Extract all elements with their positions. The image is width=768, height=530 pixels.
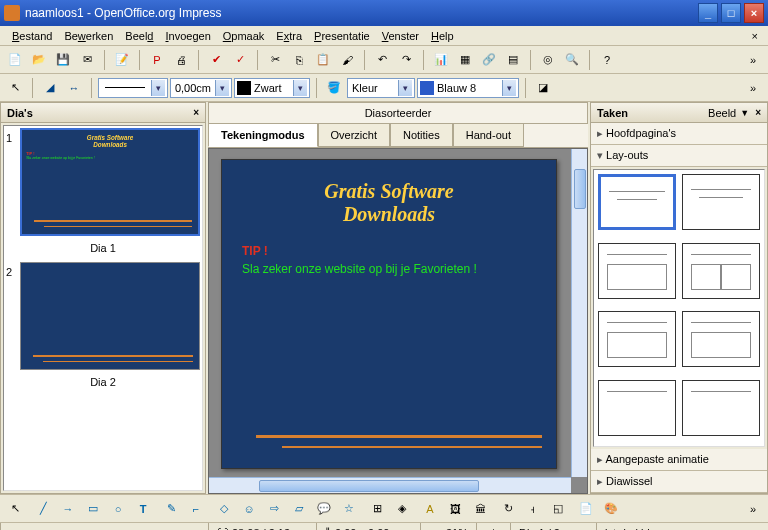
line-arrow-button[interactable]: ↔	[63, 77, 85, 99]
menu-venster[interactable]: Venster	[376, 28, 425, 44]
block-arrows-tool[interactable]: ⇨	[263, 498, 285, 520]
menubar-close-icon[interactable]: ×	[748, 30, 762, 42]
task-panel-close-icon[interactable]: ×	[755, 107, 761, 118]
arrow-line-tool[interactable]: →	[57, 498, 79, 520]
toolbar-overflow-icon[interactable]: »	[742, 498, 764, 520]
select-tool[interactable]: ↖	[4, 498, 26, 520]
maximize-button[interactable]: □	[721, 3, 741, 23]
align-tool[interactable]: ⫞	[522, 498, 544, 520]
tab-tekeningmodus[interactable]: Tekeningmodus	[208, 124, 318, 147]
menu-help[interactable]: Help	[425, 28, 460, 44]
menu-bestand[interactable]: Bestand	[6, 28, 58, 44]
layout-item[interactable]	[598, 174, 676, 230]
paste-button[interactable]: 📋	[312, 49, 334, 71]
menu-presentatie[interactable]: Presentatie	[308, 28, 376, 44]
edit-file-button[interactable]: 📝	[111, 49, 133, 71]
toolbar-overflow-icon[interactable]: »	[742, 77, 764, 99]
status-zoom[interactable]: 31%	[420, 523, 476, 530]
redo-button[interactable]: ↷	[395, 49, 417, 71]
layout-item[interactable]	[598, 311, 676, 367]
flowchart-tool[interactable]: ▱	[288, 498, 310, 520]
hyperlink-button[interactable]: 🔗	[478, 49, 500, 71]
layout-item[interactable]	[598, 243, 676, 299]
spellcheck-button[interactable]: ✔	[205, 49, 227, 71]
fill-type-combo[interactable]: Kleur	[347, 78, 415, 98]
autospell-button[interactable]: ✓	[229, 49, 251, 71]
scrollbar-vertical[interactable]	[571, 149, 587, 477]
line-color-combo[interactable]: Zwart	[234, 78, 310, 98]
task-section-master[interactable]: Hoofdpagina's	[591, 123, 767, 145]
curve-tool[interactable]: ✎	[160, 498, 182, 520]
formatpaint-button[interactable]: 🖌	[336, 49, 358, 71]
task-section-animation[interactable]: Aangepaste animatie	[591, 449, 767, 471]
email-button[interactable]: ✉	[76, 49, 98, 71]
slide-main[interactable]: Gratis Software Downloads TIP ! Sla zeke…	[221, 159, 557, 469]
scrollbar-horizontal[interactable]	[209, 477, 571, 493]
slides-panel-close-icon[interactable]: ×	[193, 107, 199, 118]
help-button[interactable]: ?	[596, 49, 618, 71]
insert-slide-tool[interactable]: 📄	[575, 498, 597, 520]
slide-design-tool[interactable]: 🎨	[600, 498, 622, 520]
gallery-tool[interactable]: 🏛	[469, 498, 491, 520]
task-section-layouts[interactable]: Lay-outs	[591, 145, 767, 167]
new-button[interactable]: 📄	[4, 49, 26, 71]
gallery-button[interactable]: ▤	[502, 49, 524, 71]
layout-item[interactable]	[682, 174, 760, 230]
copy-button[interactable]: ⎘	[288, 49, 310, 71]
menu-extra[interactable]: Extra	[270, 28, 308, 44]
navigator-button[interactable]: ◎	[537, 49, 559, 71]
callout-tool[interactable]: 💬	[313, 498, 335, 520]
chart-button[interactable]: 📊	[430, 49, 452, 71]
stars-tool[interactable]: ☆	[338, 498, 360, 520]
ellipse-tool[interactable]: ○	[107, 498, 129, 520]
glue-tool[interactable]: ◈	[391, 498, 413, 520]
slide-item[interactable]: 2	[6, 262, 200, 370]
layout-item[interactable]	[682, 380, 760, 436]
slide-thumbnail[interactable]	[20, 262, 200, 370]
menu-bewerken[interactable]: Bewerken	[58, 28, 119, 44]
shadow-button[interactable]: ◪	[532, 77, 554, 99]
from-file-tool[interactable]: 🖼	[444, 498, 466, 520]
slide-item[interactable]: 1 Gratis Software Downloads TIP ! Sla ze…	[6, 128, 200, 236]
scroll-thumb[interactable]	[574, 169, 586, 209]
layout-item[interactable]	[598, 380, 676, 436]
line-tool[interactable]: ╱	[32, 498, 54, 520]
basic-shapes-tool[interactable]: ◇	[213, 498, 235, 520]
task-view-link[interactable]: Beeld	[708, 107, 736, 119]
edit-canvas[interactable]: Gratis Software Downloads TIP ! Sla zeke…	[208, 148, 588, 494]
minimize-button[interactable]: _	[698, 3, 718, 23]
arrange-tool[interactable]: ◱	[547, 498, 569, 520]
task-section-transition[interactable]: Diawissel	[591, 471, 767, 493]
rect-tool[interactable]: ▭	[82, 498, 104, 520]
pdf-button[interactable]: P	[146, 49, 168, 71]
print-button[interactable]: 🖨	[170, 49, 192, 71]
line-width-combo[interactable]: 0,00cm	[170, 78, 232, 98]
connector-tool[interactable]: ⌐	[185, 498, 207, 520]
zoom-button[interactable]: 🔍	[561, 49, 583, 71]
save-button[interactable]: 💾	[52, 49, 74, 71]
layout-item[interactable]	[682, 243, 760, 299]
arrow-tool-button[interactable]: ↖	[4, 77, 26, 99]
tab-notities[interactable]: Notities	[390, 124, 453, 147]
fill-color-combo[interactable]: Blauw 8	[417, 78, 519, 98]
text-tool[interactable]: T	[132, 498, 154, 520]
menu-beeld[interactable]: Beeld	[119, 28, 159, 44]
tab-handout[interactable]: Hand-out	[453, 124, 524, 147]
layout-item[interactable]	[682, 311, 760, 367]
menu-invoegen[interactable]: Invoegen	[159, 28, 216, 44]
fill-bucket-icon[interactable]: 🪣	[323, 77, 345, 99]
fontwork-tool[interactable]: A	[419, 498, 441, 520]
tab-overzicht[interactable]: Overzicht	[318, 124, 390, 147]
cut-button[interactable]: ✂	[264, 49, 286, 71]
open-button[interactable]: 📂	[28, 49, 50, 71]
undo-button[interactable]: ↶	[371, 49, 393, 71]
scroll-thumb[interactable]	[259, 480, 479, 492]
table-button[interactable]: ▦	[454, 49, 476, 71]
points-tool[interactable]: ⊞	[366, 498, 388, 520]
sorter-tab[interactable]: Diasorteerder	[208, 102, 588, 123]
line-style-combo[interactable]	[98, 78, 168, 98]
menu-opmaak[interactable]: Opmaak	[217, 28, 271, 44]
slide-thumbnail[interactable]: Gratis Software Downloads TIP ! Sla zeke…	[20, 128, 200, 236]
toolbar-overflow-icon[interactable]: »	[742, 49, 764, 71]
rotate-tool[interactable]: ↻	[497, 498, 519, 520]
